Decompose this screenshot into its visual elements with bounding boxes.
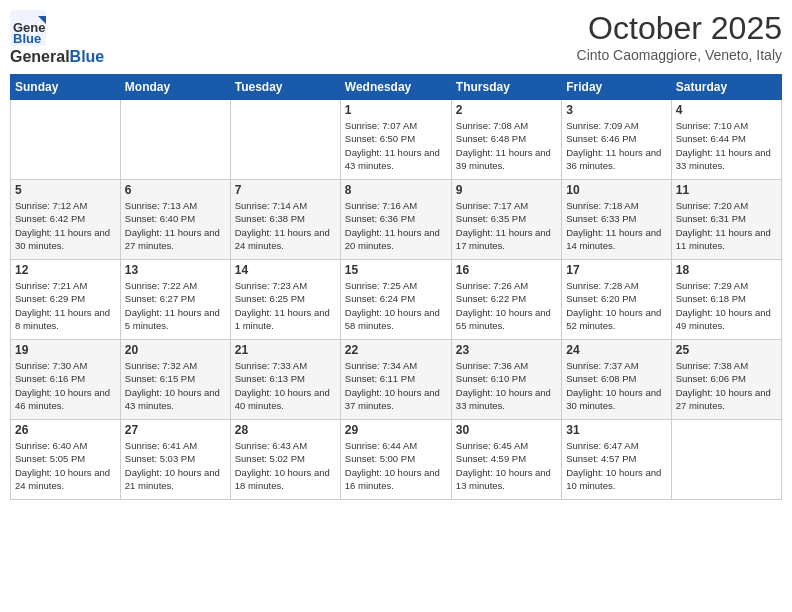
day-info: Sunrise: 7:32 AM Sunset: 6:15 PM Dayligh… <box>125 359 226 412</box>
day-info: Sunrise: 7:37 AM Sunset: 6:08 PM Dayligh… <box>566 359 666 412</box>
header-sunday: Sunday <box>11 75 121 100</box>
calendar-cell: 5Sunrise: 7:12 AM Sunset: 6:42 PM Daylig… <box>11 180 121 260</box>
day-info: Sunrise: 6:40 AM Sunset: 5:05 PM Dayligh… <box>15 439 116 492</box>
day-info: Sunrise: 7:29 AM Sunset: 6:18 PM Dayligh… <box>676 279 777 332</box>
calendar-cell: 15Sunrise: 7:25 AM Sunset: 6:24 PM Dayli… <box>340 260 451 340</box>
header-friday: Friday <box>562 75 671 100</box>
calendar-table: Sunday Monday Tuesday Wednesday Thursday… <box>10 74 782 500</box>
calendar-cell: 20Sunrise: 7:32 AM Sunset: 6:15 PM Dayli… <box>120 340 230 420</box>
calendar-subtitle: Cinto Caomaggiore, Veneto, Italy <box>577 47 782 63</box>
day-info: Sunrise: 7:08 AM Sunset: 6:48 PM Dayligh… <box>456 119 557 172</box>
day-number: 14 <box>235 263 336 277</box>
day-info: Sunrise: 7:23 AM Sunset: 6:25 PM Dayligh… <box>235 279 336 332</box>
calendar-cell: 16Sunrise: 7:26 AM Sunset: 6:22 PM Dayli… <box>451 260 561 340</box>
header-thursday: Thursday <box>451 75 561 100</box>
day-number: 1 <box>345 103 447 117</box>
day-info: Sunrise: 6:43 AM Sunset: 5:02 PM Dayligh… <box>235 439 336 492</box>
day-info: Sunrise: 7:36 AM Sunset: 6:10 PM Dayligh… <box>456 359 557 412</box>
calendar-cell: 24Sunrise: 7:37 AM Sunset: 6:08 PM Dayli… <box>562 340 671 420</box>
calendar-cell: 3Sunrise: 7:09 AM Sunset: 6:46 PM Daylig… <box>562 100 671 180</box>
calendar-cell: 27Sunrise: 6:41 AM Sunset: 5:03 PM Dayli… <box>120 420 230 500</box>
day-info: Sunrise: 7:30 AM Sunset: 6:16 PM Dayligh… <box>15 359 116 412</box>
day-info: Sunrise: 7:17 AM Sunset: 6:35 PM Dayligh… <box>456 199 557 252</box>
calendar-cell: 22Sunrise: 7:34 AM Sunset: 6:11 PM Dayli… <box>340 340 451 420</box>
day-number: 17 <box>566 263 666 277</box>
calendar-cell: 21Sunrise: 7:33 AM Sunset: 6:13 PM Dayli… <box>230 340 340 420</box>
day-info: Sunrise: 7:16 AM Sunset: 6:36 PM Dayligh… <box>345 199 447 252</box>
day-info: Sunrise: 7:28 AM Sunset: 6:20 PM Dayligh… <box>566 279 666 332</box>
header-tuesday: Tuesday <box>230 75 340 100</box>
day-number: 29 <box>345 423 447 437</box>
calendar-cell: 17Sunrise: 7:28 AM Sunset: 6:20 PM Dayli… <box>562 260 671 340</box>
calendar-week-3: 12Sunrise: 7:21 AM Sunset: 6:29 PM Dayli… <box>11 260 782 340</box>
logo-icon: General Blue <box>10 10 46 46</box>
day-number: 23 <box>456 343 557 357</box>
page-header: General Blue General Blue October 2025 C… <box>10 10 782 66</box>
logo-blue-text: Blue <box>70 48 105 66</box>
day-info: Sunrise: 7:20 AM Sunset: 6:31 PM Dayligh… <box>676 199 777 252</box>
day-number: 2 <box>456 103 557 117</box>
day-info: Sunrise: 7:33 AM Sunset: 6:13 PM Dayligh… <box>235 359 336 412</box>
day-number: 10 <box>566 183 666 197</box>
day-number: 30 <box>456 423 557 437</box>
calendar-cell: 4Sunrise: 7:10 AM Sunset: 6:44 PM Daylig… <box>671 100 781 180</box>
calendar-cell: 1Sunrise: 7:07 AM Sunset: 6:50 PM Daylig… <box>340 100 451 180</box>
calendar-cell: 25Sunrise: 7:38 AM Sunset: 6:06 PM Dayli… <box>671 340 781 420</box>
title-area: October 2025 Cinto Caomaggiore, Veneto, … <box>577 10 782 63</box>
day-number: 4 <box>676 103 777 117</box>
day-info: Sunrise: 7:25 AM Sunset: 6:24 PM Dayligh… <box>345 279 447 332</box>
day-info: Sunrise: 7:12 AM Sunset: 6:42 PM Dayligh… <box>15 199 116 252</box>
calendar-cell: 8Sunrise: 7:16 AM Sunset: 6:36 PM Daylig… <box>340 180 451 260</box>
calendar-cell: 28Sunrise: 6:43 AM Sunset: 5:02 PM Dayli… <box>230 420 340 500</box>
logo: General Blue General Blue <box>10 10 104 66</box>
day-number: 25 <box>676 343 777 357</box>
day-number: 18 <box>676 263 777 277</box>
calendar-cell: 12Sunrise: 7:21 AM Sunset: 6:29 PM Dayli… <box>11 260 121 340</box>
day-number: 27 <box>125 423 226 437</box>
header-wednesday: Wednesday <box>340 75 451 100</box>
calendar-week-2: 5Sunrise: 7:12 AM Sunset: 6:42 PM Daylig… <box>11 180 782 260</box>
day-number: 20 <box>125 343 226 357</box>
day-number: 31 <box>566 423 666 437</box>
calendar-cell: 29Sunrise: 6:44 AM Sunset: 5:00 PM Dayli… <box>340 420 451 500</box>
day-number: 19 <box>15 343 116 357</box>
day-number: 13 <box>125 263 226 277</box>
calendar-cell: 19Sunrise: 7:30 AM Sunset: 6:16 PM Dayli… <box>11 340 121 420</box>
calendar-cell: 13Sunrise: 7:22 AM Sunset: 6:27 PM Dayli… <box>120 260 230 340</box>
calendar-cell <box>671 420 781 500</box>
logo-general-text: General <box>10 48 70 66</box>
day-number: 6 <box>125 183 226 197</box>
day-number: 24 <box>566 343 666 357</box>
calendar-cell: 14Sunrise: 7:23 AM Sunset: 6:25 PM Dayli… <box>230 260 340 340</box>
day-info: Sunrise: 7:14 AM Sunset: 6:38 PM Dayligh… <box>235 199 336 252</box>
day-info: Sunrise: 7:26 AM Sunset: 6:22 PM Dayligh… <box>456 279 557 332</box>
day-number: 7 <box>235 183 336 197</box>
day-number: 3 <box>566 103 666 117</box>
day-info: Sunrise: 6:44 AM Sunset: 5:00 PM Dayligh… <box>345 439 447 492</box>
day-info: Sunrise: 7:10 AM Sunset: 6:44 PM Dayligh… <box>676 119 777 172</box>
calendar-cell: 2Sunrise: 7:08 AM Sunset: 6:48 PM Daylig… <box>451 100 561 180</box>
calendar-header: Sunday Monday Tuesday Wednesday Thursday… <box>11 75 782 100</box>
day-info: Sunrise: 7:07 AM Sunset: 6:50 PM Dayligh… <box>345 119 447 172</box>
day-number: 28 <box>235 423 336 437</box>
calendar-cell: 26Sunrise: 6:40 AM Sunset: 5:05 PM Dayli… <box>11 420 121 500</box>
calendar-cell: 9Sunrise: 7:17 AM Sunset: 6:35 PM Daylig… <box>451 180 561 260</box>
day-number: 21 <box>235 343 336 357</box>
day-info: Sunrise: 6:41 AM Sunset: 5:03 PM Dayligh… <box>125 439 226 492</box>
calendar-title: October 2025 <box>577 10 782 47</box>
day-number: 9 <box>456 183 557 197</box>
calendar-cell: 31Sunrise: 6:47 AM Sunset: 4:57 PM Dayli… <box>562 420 671 500</box>
header-saturday: Saturday <box>671 75 781 100</box>
day-number: 26 <box>15 423 116 437</box>
calendar-week-1: 1Sunrise: 7:07 AM Sunset: 6:50 PM Daylig… <box>11 100 782 180</box>
day-number: 5 <box>15 183 116 197</box>
calendar-cell: 23Sunrise: 7:36 AM Sunset: 6:10 PM Dayli… <box>451 340 561 420</box>
day-info: Sunrise: 7:38 AM Sunset: 6:06 PM Dayligh… <box>676 359 777 412</box>
header-row: Sunday Monday Tuesday Wednesday Thursday… <box>11 75 782 100</box>
day-number: 22 <box>345 343 447 357</box>
calendar-week-4: 19Sunrise: 7:30 AM Sunset: 6:16 PM Dayli… <box>11 340 782 420</box>
calendar-cell: 11Sunrise: 7:20 AM Sunset: 6:31 PM Dayli… <box>671 180 781 260</box>
day-number: 12 <box>15 263 116 277</box>
calendar-cell <box>120 100 230 180</box>
day-info: Sunrise: 7:34 AM Sunset: 6:11 PM Dayligh… <box>345 359 447 412</box>
